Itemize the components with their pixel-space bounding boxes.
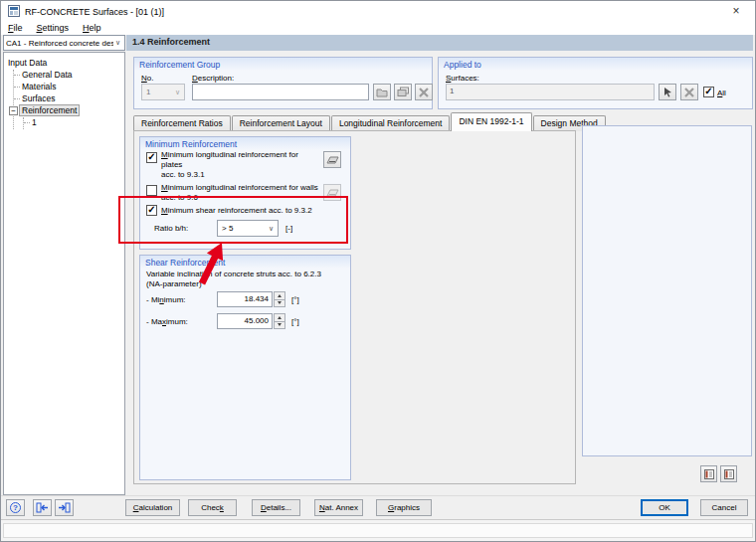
spin-up-icon[interactable] [274, 291, 285, 299]
tree-connector [14, 98, 20, 99]
copy-folder-icon [397, 87, 409, 97]
tree-item-materials[interactable]: Materials [14, 82, 122, 93]
degree-unit: [°] [291, 317, 299, 326]
no-label: No. [141, 74, 153, 83]
min-longitudinal-plates-checkbox[interactable]: ✓ [146, 152, 157, 163]
titlebar: RF-CONCRETE Surfaces - [01 (1)] × [1, 1, 755, 22]
min-longitudinal-plates-label: Minimum longitudinal reinforcement for p… [161, 150, 318, 180]
delete-x-icon [419, 88, 429, 97]
new-folder-icon [376, 88, 388, 97]
next-window-button[interactable] [55, 499, 74, 516]
rf-concrete-surfaces-window: RF-CONCRETE Surfaces - [01 (1)] × File S… [0, 0, 756, 542]
statusbar [1, 519, 755, 541]
tree-item-reinforcement[interactable]: −Reinforcement [14, 105, 122, 117]
min-shear-checkbox[interactable]: ✓ [146, 205, 157, 216]
menu-help[interactable]: Help [76, 22, 108, 35]
check-icon: ✓ [147, 151, 155, 162]
pick-surfaces-button[interactable] [659, 84, 676, 100]
footer-divider [1, 495, 755, 496]
group-title: Minimum Reinforcement [140, 137, 350, 150]
calculation-button[interactable]: Calculation [125, 499, 180, 516]
copy-group-button[interactable] [394, 84, 412, 100]
chevron-down-icon: ∨ [173, 89, 182, 96]
tree-item-reinforcement-1[interactable]: 1 [24, 117, 122, 129]
shear-reinforcement-box: Shear Reinforcement Variable inclination… [139, 255, 351, 480]
surfaces-input[interactable]: 1 [446, 84, 655, 100]
all-surfaces-checkbox[interactable]: ✓ [703, 87, 714, 97]
all-label: All [717, 89, 726, 97]
surface-settings-icon [326, 188, 339, 198]
tab-longitudinal-reinforcement[interactable]: Longitudinal Reinforcement [331, 115, 450, 131]
minimum-reinforcement-box: Minimum Reinforcement ✓ Minimum longitud… [139, 136, 351, 250]
help-button[interactable]: ? [6, 499, 25, 516]
spin-down-icon[interactable] [274, 321, 285, 330]
maximum-inclination-spinner[interactable]: 45.000 [217, 313, 285, 329]
tab-din-en-1992-1-1[interactable]: DIN EN 1992-1-1 [451, 112, 531, 131]
page-title: 1.4 Reinforcement [126, 35, 753, 51]
window-title: RF-CONCRETE Surfaces - [01 (1)] [25, 7, 164, 17]
design-case-selector[interactable]: CA1 - Reinforced concrete desi ∨ [3, 35, 125, 51]
walls-apply-settings-button[interactable] [323, 184, 341, 201]
reinforcement-group-no-select[interactable]: 1 ∨ [141, 84, 185, 100]
check-icon: ✓ [147, 204, 155, 215]
arrow-into-panel-right-icon [58, 502, 71, 513]
tree-connector [14, 75, 20, 76]
tab-reinforcement-layout[interactable]: Reinforcement Layout [232, 115, 330, 131]
plates-apply-settings-button[interactable] [323, 151, 341, 168]
chevron-down-icon: ∨ [267, 225, 276, 233]
tree-children: General Data Materials Surfaces −Reinfor… [13, 70, 122, 129]
tab-reinforcement-ratios[interactable]: Reinforcement Ratios [133, 115, 231, 131]
menu-file[interactable]: File [1, 22, 30, 35]
new-group-button[interactable] [373, 84, 391, 100]
ratio-bh-select[interactable]: > 5 ∨ [217, 220, 279, 237]
min-shear-label: Minimum shear reinforcement acc. to 9.3.… [161, 206, 312, 215]
arrow-into-panel-left-icon [36, 502, 49, 513]
help-icon: ? [10, 502, 21, 513]
close-button[interactable]: × [721, 3, 751, 20]
tab-strip: Reinforcement Ratios Reinforcement Layou… [133, 114, 607, 131]
minimum-inclination-spinner[interactable]: 18.434 [217, 291, 285, 307]
applied-to-box: Applied to Surfaces: 1 ✓ All [438, 57, 753, 109]
pick-arrow-icon [662, 87, 673, 97]
ratio-bh-label: Ratio b/h: [154, 224, 188, 233]
description-input[interactable] [192, 84, 369, 100]
check-button[interactable]: Check [188, 499, 237, 516]
maximum-label: - Maximum: [146, 317, 188, 326]
nat-annex-button[interactable]: Nat. Annex [314, 499, 363, 516]
tree-collapse-icon[interactable]: − [9, 106, 18, 115]
standard-info-button[interactable] [720, 465, 737, 482]
surfaces-label: Surfaces: [446, 74, 479, 83]
reinforcement-group-box: Reinforcement Group No. 1 ∨ Description: [133, 57, 433, 109]
tree-item-input-data[interactable]: Input Data [8, 58, 122, 70]
menubar: File Settings Help [1, 22, 755, 35]
delete-group-button[interactable] [415, 84, 433, 100]
tree-item-general-data[interactable]: General Data [14, 70, 122, 82]
tree-connector [24, 122, 30, 123]
spin-down-icon[interactable] [274, 299, 285, 308]
previous-window-button[interactable] [33, 499, 52, 516]
graphics-button[interactable]: Graphics [376, 499, 432, 516]
min-longitudinal-walls-checkbox[interactable] [146, 185, 157, 196]
menu-settings[interactable]: Settings [30, 22, 77, 35]
spin-up-icon[interactable] [274, 313, 285, 321]
min-longitudinal-walls-label: Minimum longitudinal reinforcement for w… [161, 183, 318, 203]
book-icon [703, 468, 715, 480]
book-icon [723, 468, 735, 480]
minimum-label: - Minimum: [146, 295, 186, 304]
delete-x-icon [684, 88, 694, 97]
details-button[interactable]: Details... [252, 499, 300, 516]
surface-settings-icon [326, 155, 339, 165]
tree-children: 1 [23, 117, 122, 129]
group-title: Reinforcement Group [134, 58, 432, 71]
tree-item-reinforcement-label: Reinforcement [19, 104, 80, 116]
app-icon [8, 5, 20, 19]
navigator-tree: Input Data General Data Materials Surfac… [3, 52, 125, 495]
standard-info-button[interactable] [700, 465, 717, 482]
tree-connector [14, 87, 20, 88]
degree-unit: [°] [291, 295, 299, 304]
group-title: Shear Reinforcement [140, 256, 350, 269]
cancel-button[interactable]: Cancel [700, 499, 748, 516]
clear-surfaces-button[interactable] [680, 84, 698, 100]
ratio-bh-unit: [-] [285, 224, 292, 233]
ok-button[interactable]: OK [641, 499, 688, 516]
